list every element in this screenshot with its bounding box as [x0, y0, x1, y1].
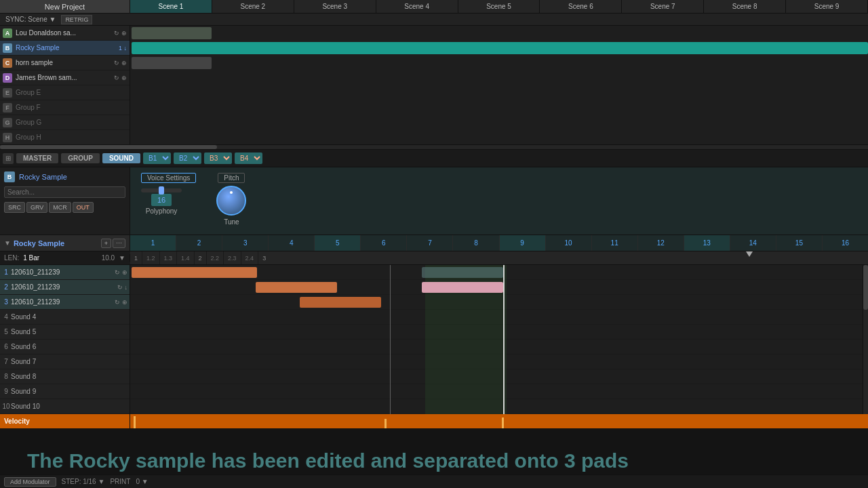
sound-name-2: 120610_211239	[11, 283, 117, 291]
sound-name-9: Sound 9	[11, 388, 130, 395]
track-row-c[interactable]: C horn sample ↻ ⊕	[0, 56, 130, 70]
track-name-list: A Lou Donaldson sa... ↻ ⊕ B Rocky Sample…	[0, 26, 130, 144]
beat-2: 2	[176, 235, 222, 251]
bottom-bar: Add Modulator STEP: 1/16 ▼ PRINT 0 ▼	[0, 474, 868, 488]
add-modulator-button[interactable]: Add Modulator	[4, 477, 56, 487]
sound-row-3[interactable]: 3 120610_211239 ↻ ⊕	[0, 295, 130, 310]
beat-11: 11	[592, 235, 638, 251]
scene-tab-5[interactable]: Scene 5	[458, 0, 540, 13]
sound-num-6: 6	[1, 343, 11, 350]
master-tab[interactable]: MASTER	[16, 153, 58, 163]
seq-more-btn[interactable]: ⋯	[113, 239, 125, 248]
sound-row-4[interactable]: 4 Sound 4	[0, 310, 130, 325]
track-row-h[interactable]: H Group H	[0, 130, 130, 145]
v-scrollbar[interactable]	[863, 265, 868, 414]
scene-tab-1[interactable]: Scene 1	[130, 0, 212, 13]
beat-15: 15	[776, 235, 823, 251]
pitch-label[interactable]: Pitch	[218, 173, 245, 183]
clip-s1-1[interactable]	[132, 267, 257, 278]
scene-tab-9[interactable]: Scene 9	[786, 0, 868, 13]
voice-settings-label[interactable]: Voice Settings	[141, 173, 196, 183]
sound-row-9[interactable]: 9 Sound 9	[0, 384, 130, 399]
dropdown-b3[interactable]: B3	[204, 152, 232, 164]
bar-ruler: 1 1.2 1.3 1.4 2 2.2 2.3 2.4 3	[130, 251, 868, 264]
scene-clips-area	[130, 26, 868, 144]
clip-s2-1[interactable]	[256, 282, 337, 293]
dropdown-b4[interactable]: B4	[235, 152, 262, 164]
sound-name-5: Sound 5	[11, 328, 130, 336]
scene-tab-2[interactable]: Scene 2	[212, 0, 294, 13]
track-row-f[interactable]: F Group F	[0, 100, 130, 115]
voice-track-name: Rocky Sample	[19, 173, 67, 181]
sound-num-9: 9	[1, 388, 11, 395]
sequencer-header: ▼ Rocky Sample + ⋯ 1 2 3 4 5 6 7 8 9 10 …	[0, 235, 868, 251]
sound-row-10[interactable]: 10 Sound 10	[0, 399, 130, 414]
playhead-marker	[746, 251, 753, 257]
track-row-a[interactable]: A Lou Donaldson sa... ↻ ⊕	[0, 26, 130, 41]
playhead-line	[503, 265, 505, 414]
scene-tab-7[interactable]: Scene 7	[622, 0, 704, 13]
beat-6: 6	[361, 235, 407, 251]
track-row-b[interactable]: B Rocky Sample 1 ↓	[0, 41, 130, 56]
beat-7: 7	[407, 235, 453, 251]
mcr-button[interactable]: MCR	[49, 202, 71, 213]
scene-tab-3[interactable]: Scene 3	[294, 0, 376, 13]
dropdown-b2[interactable]: B2	[174, 152, 201, 164]
voice-track-letter: B	[4, 171, 15, 182]
track-row-d[interactable]: D James Brown sam... ↻ ⊕	[0, 70, 130, 85]
dropdown-b1[interactable]: B1	[143, 152, 171, 164]
out-button[interactable]: OUT	[73, 202, 94, 213]
clip-s1-2[interactable]	[422, 267, 503, 278]
sound-row-8[interactable]: 8 Sound 8	[0, 369, 130, 384]
len-dropdown[interactable]: ▼	[119, 254, 125, 262]
seq-name-area: ▼ Rocky Sample + ⋯	[0, 235, 130, 251]
beat-10: 10	[546, 235, 592, 251]
track-letter-h: H	[3, 133, 12, 142]
sound-row-5[interactable]: 5 Sound 5	[0, 325, 130, 340]
sound-name-10: Sound 10	[11, 403, 130, 410]
mode-tabs-bar: ⊞ MASTER GROUP SOUND B1 B2 B3 B4	[0, 150, 868, 167]
track-letter-e: E	[3, 88, 12, 98]
h-scrollbar-top[interactable]	[0, 144, 868, 150]
track-row-e[interactable]: E Group E	[0, 85, 130, 100]
sound-num-3: 3	[1, 298, 11, 306]
track-name-h: Group H	[16, 134, 130, 141]
sound-row-6[interactable]: 6 Sound 6	[0, 340, 130, 354]
sync-label[interactable]: SYNC: Scene ▼	[5, 16, 56, 23]
print-label[interactable]: PRINT	[110, 478, 130, 485]
step-label[interactable]: STEP: 1/16 ▼	[62, 478, 105, 485]
seq-add-btn[interactable]: +	[101, 239, 111, 248]
velocity-label-area: Velocity	[0, 414, 130, 428]
h-scroll-thumb-top[interactable]	[0, 145, 217, 149]
track-icons-d: ↻ ⊕	[114, 75, 127, 81]
scene-tab-8[interactable]: Scene 8	[704, 0, 786, 13]
track-row-g[interactable]: G Group G	[0, 115, 130, 130]
len-value[interactable]: 1 Bar	[23, 254, 39, 262]
clip-s3-1[interactable]	[300, 297, 381, 308]
sound-row-7[interactable]: 7 Sound 7	[0, 354, 130, 369]
tune-knob[interactable]	[216, 186, 246, 216]
sound-name-1: 120610_211239	[11, 268, 115, 276]
len-area: LEN: 1 Bar 10.0 ▼	[0, 254, 130, 262]
retrig-button[interactable]: RETRIG	[61, 15, 92, 24]
grv-button[interactable]: GRV	[26, 202, 47, 213]
sound-row-1[interactable]: 1 120610_211239 ↻ ⊕	[0, 265, 130, 280]
collapse-icon[interactable]: ▼	[4, 239, 11, 247]
scene-tab-4[interactable]: Scene 4	[376, 0, 458, 13]
sound-row-2[interactable]: 2 120610_211239 ↻ ↓	[0, 280, 130, 295]
clip-s2-2[interactable]	[422, 282, 503, 293]
left-icon-1[interactable]: ⊞	[3, 153, 14, 164]
src-button[interactable]: SRC	[4, 202, 25, 213]
search-input[interactable]	[4, 186, 125, 198]
track-name-f: Group F	[16, 104, 130, 111]
pitch-section: Pitch Tune	[216, 173, 246, 226]
bottom-value[interactable]: 0 ▼	[136, 478, 148, 485]
scene-tab-6[interactable]: Scene 6	[540, 0, 622, 13]
watermark-text: The Rocky sample has been edited and sep…	[27, 449, 629, 472]
track-icons-c: ↻ ⊕	[114, 60, 127, 66]
polyphony-slider[interactable]	[141, 188, 182, 192]
track-icons-b: 1 ↓	[119, 45, 127, 52]
group-tab[interactable]: GROUP	[61, 153, 100, 163]
sound-tab[interactable]: SOUND	[102, 153, 140, 163]
velocity-label: Velocity	[4, 418, 30, 425]
